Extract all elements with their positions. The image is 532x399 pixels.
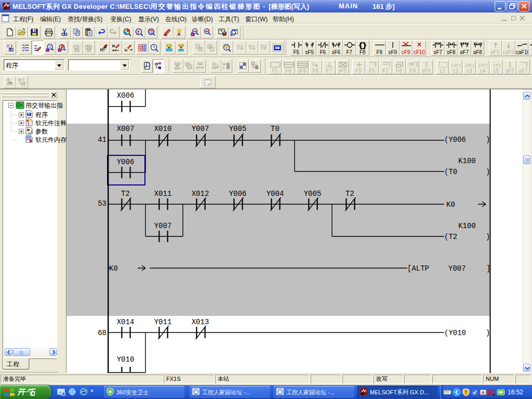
svg-text:A: A bbox=[482, 390, 485, 395]
svg-text:Y007: Y007 bbox=[448, 264, 466, 273]
svg-text:68: 68 bbox=[98, 329, 107, 337]
svg-text:用交替输出指: 用交替输出指 bbox=[25, 102, 63, 109]
svg-text:X011: X011 bbox=[154, 190, 172, 198]
svg-text:X010: X010 bbox=[154, 125, 172, 133]
svg-text:S1: S1 bbox=[212, 62, 217, 66]
svg-text:(Y006: (Y006 bbox=[444, 136, 466, 144]
svg-text:Y011: Y011 bbox=[154, 318, 172, 326]
svg-text:X013: X013 bbox=[192, 318, 209, 326]
svg-text:[SC]: [SC] bbox=[451, 63, 461, 68]
svg-text:(T0: (T0 bbox=[444, 168, 457, 176]
svg-text:(T2: (T2 bbox=[444, 233, 457, 241]
svg-text:[R]: [R] bbox=[493, 63, 500, 68]
svg-text:LD: LD bbox=[9, 48, 14, 51]
svg-text:Y005: Y005 bbox=[229, 125, 247, 133]
svg-text:软元件内存: 软元件内存 bbox=[35, 136, 66, 143]
svg-text:X012: X012 bbox=[192, 190, 209, 198]
svg-text:Y010: Y010 bbox=[117, 355, 135, 364]
svg-text:[ST]: [ST] bbox=[478, 63, 488, 68]
svg-text:123: 123 bbox=[149, 32, 154, 35]
svg-text:): ) bbox=[486, 233, 490, 241]
svg-text:{}: {} bbox=[358, 42, 367, 49]
svg-text:软元件注释: 软元件注释 bbox=[35, 119, 66, 127]
svg-text:[SE]: [SE] bbox=[464, 63, 474, 68]
svg-text:程序: 程序 bbox=[35, 111, 48, 118]
svg-text:): ) bbox=[486, 329, 490, 337]
svg-text:T0: T0 bbox=[271, 125, 280, 133]
svg-text:]: ] bbox=[486, 264, 490, 273]
svg-text:X006: X006 bbox=[117, 91, 135, 100]
svg-text:Y006: Y006 bbox=[117, 158, 135, 166]
svg-text:): ) bbox=[486, 168, 490, 176]
svg-text:Y007: Y007 bbox=[192, 125, 209, 133]
svg-text:Y005: Y005 bbox=[304, 190, 322, 198]
svg-text:K0: K0 bbox=[109, 264, 118, 273]
svg-text:K100: K100 bbox=[458, 157, 476, 165]
svg-text:X007: X007 bbox=[117, 125, 135, 133]
svg-text:(Y010: (Y010 bbox=[444, 329, 466, 337]
svg-text:Y006: Y006 bbox=[229, 190, 247, 198]
svg-text:T2: T2 bbox=[121, 190, 130, 198]
svg-text:Y007: Y007 bbox=[154, 222, 172, 230]
svg-text:参数: 参数 bbox=[35, 128, 48, 135]
svg-text:S9: S9 bbox=[212, 66, 217, 70]
svg-text:): ) bbox=[486, 136, 490, 144]
svg-text:[ALTP: [ALTP bbox=[407, 264, 429, 273]
svg-text:T2: T2 bbox=[345, 190, 354, 198]
svg-text:Y004: Y004 bbox=[267, 190, 284, 198]
svg-text:K0: K0 bbox=[446, 201, 455, 209]
svg-text:error: error bbox=[196, 65, 204, 69]
svg-text:K100: K100 bbox=[458, 222, 476, 230]
svg-text:53: 53 bbox=[98, 200, 107, 208]
svg-text:41: 41 bbox=[98, 136, 107, 144]
svg-text:X014: X014 bbox=[117, 318, 135, 326]
